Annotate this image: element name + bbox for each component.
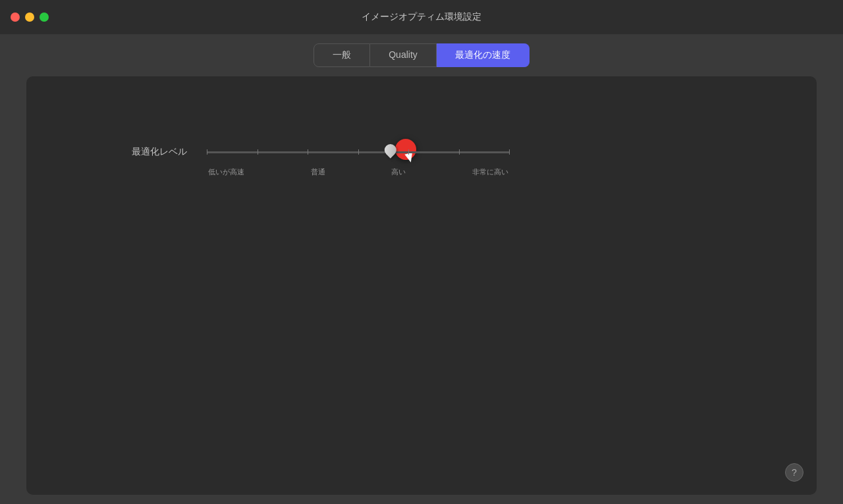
tick-2	[308, 149, 308, 155]
minimize-button[interactable]	[25, 13, 34, 22]
slider-mark-3: 非常に高い	[472, 167, 508, 177]
window-title: イメージオプティム環境設定	[362, 11, 481, 23]
tick-1	[258, 149, 258, 155]
tick-6	[509, 149, 510, 155]
window-controls	[11, 13, 49, 22]
maximize-button[interactable]	[40, 13, 49, 22]
tab-quality[interactable]: Quality	[370, 43, 437, 67]
tick-5	[459, 149, 460, 155]
tab-general[interactable]: 一般	[313, 43, 370, 67]
title-bar: イメージオプティム環境設定	[0, 0, 843, 34]
slider-mark-1: 普通	[311, 167, 325, 177]
close-button[interactable]	[11, 13, 20, 22]
tick-4	[408, 149, 409, 155]
content-area: 最適化レベル	[26, 76, 817, 495]
slider-track-wrapper[interactable]	[207, 142, 510, 162]
slider-thumb[interactable]	[382, 144, 395, 160]
slider-mark-0: 低いが高速	[208, 167, 244, 177]
help-button[interactable]: ?	[785, 463, 803, 482]
tab-speed[interactable]: 最適化の速度	[437, 43, 530, 67]
slider-labels: 低いが高速 普通 高い 非常に高い	[207, 167, 510, 177]
slider-section: 最適化レベル	[26, 103, 817, 177]
slider-mark-2: 高い	[391, 167, 406, 177]
tick-0	[207, 149, 207, 155]
slider-container: 低いが高速 普通 高い 非常に高い	[207, 142, 510, 177]
tab-bar: 一般 Quality 最適化の速度	[313, 43, 530, 67]
slider-track	[207, 151, 510, 153]
slider-label: 最適化レベル	[132, 142, 187, 158]
tick-3	[358, 149, 359, 155]
